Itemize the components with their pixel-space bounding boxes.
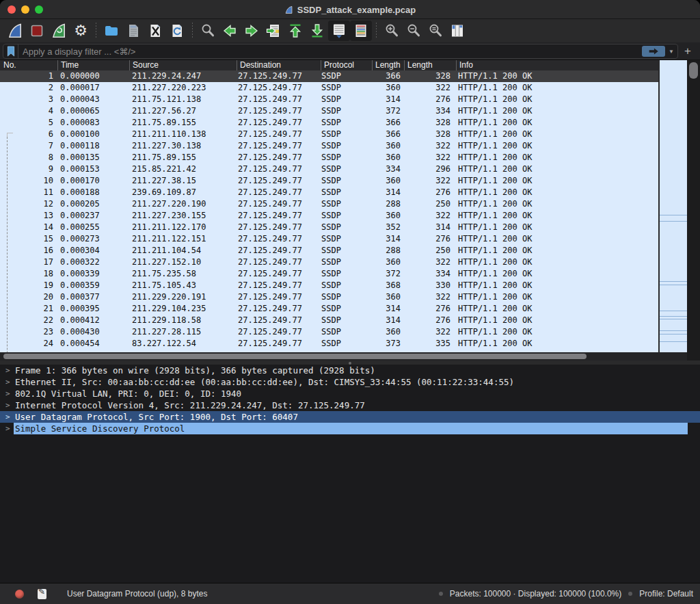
- add-filter-button[interactable]: +: [681, 44, 695, 59]
- packet-row[interactable]: 160.000304211.211.104.5427.125.249.77SSD…: [0, 245, 658, 257]
- packet-cell-time: 0.000395: [57, 303, 129, 315]
- packet-cell-dst: 27.125.249.77: [237, 129, 321, 140]
- auto-scroll-button[interactable]: [328, 21, 350, 41]
- packet-cell-src: 211.75.89.155: [129, 152, 237, 163]
- packet-row[interactable]: 230.000430211.227.28.11527.125.249.77SSD…: [0, 326, 658, 338]
- packet-row[interactable]: 240.00045483.227.122.5427.125.249.77SSDP…: [0, 338, 658, 350]
- go-last-packet-icon: [309, 23, 325, 39]
- save-file-button[interactable]: [122, 21, 144, 41]
- filter-dropdown-button[interactable]: ▼: [667, 44, 676, 58]
- packet-row[interactable]: 180.000339211.75.235.5827.125.249.77SSDP…: [0, 268, 658, 280]
- packet-row[interactable]: 220.000412211.229.118.5827.125.249.77SSD…: [0, 315, 658, 326]
- packet-row[interactable]: 40.000065211.227.56.2727.125.249.77SSDP3…: [0, 105, 658, 117]
- packet-cell-dst: 27.125.249.77: [237, 245, 321, 257]
- packet-minimap[interactable]: [658, 60, 687, 352]
- vertical-scrollbar-thumb[interactable]: [689, 62, 698, 79]
- apply-filter-button[interactable]: [642, 46, 665, 57]
- packet-row[interactable]: 100.000170211.227.38.1527.125.249.77SSDP…: [0, 175, 658, 187]
- packet-row[interactable]: 200.000377211.229.220.19127.125.249.77SS…: [0, 291, 658, 303]
- packet-row[interactable]: 190.000359211.75.105.4327.125.249.77SSDP…: [0, 280, 658, 291]
- packet-row[interactable]: 210.000395211.229.104.23527.125.249.77SS…: [0, 303, 658, 315]
- packet-row[interactable]: 70.000118211.227.30.13827.125.249.77SSDP…: [0, 140, 658, 152]
- expand-chevron-icon[interactable]: >: [5, 399, 10, 411]
- packet-cell-no: 24: [0, 338, 57, 350]
- packet-row[interactable]: 60.000100211.211.110.13827.125.249.77SSD…: [0, 129, 658, 140]
- detail-row[interactable]: >Internet Protocol Version 4, Src: 211.2…: [0, 399, 700, 411]
- packet-row[interactable]: 110.000188239.69.109.8727.125.249.77SSDP…: [0, 187, 658, 198]
- expand-chevron-icon[interactable]: >: [5, 423, 10, 434]
- display-filter-input[interactable]: [18, 47, 642, 57]
- detail-row[interactable]: >802.1Q Virtual LAN, PRI: 0, DEI: 0, ID:…: [0, 388, 700, 399]
- expand-chevron-icon[interactable]: >: [5, 365, 10, 376]
- column-header-source[interactable]: Source: [129, 60, 237, 70]
- status-profile[interactable]: Profile: Default: [639, 589, 693, 599]
- packet-row[interactable]: 50.000083211.75.89.15527.125.249.77SSDP3…: [0, 117, 658, 129]
- resize-columns-button[interactable]: [446, 21, 468, 41]
- capture-comment-icon[interactable]: ✎: [38, 589, 46, 599]
- filter-bookmark-button[interactable]: [3, 44, 18, 58]
- horizontal-scrollbar[interactable]: [0, 352, 687, 360]
- column-header-time[interactable]: Time: [57, 60, 129, 70]
- main-toolbar: ⚙: [0, 19, 700, 42]
- expand-chevron-icon[interactable]: >: [5, 388, 10, 399]
- go-back-button[interactable]: [219, 21, 241, 41]
- packet-cell-dst: 27.125.249.77: [237, 222, 321, 233]
- zoom-in-button[interactable]: [381, 21, 403, 41]
- packet-row[interactable]: 10.000000211.229.24.24727.125.249.77SSDP…: [0, 70, 658, 82]
- packet-row[interactable]: 120.000205211.227.220.19027.125.249.77SS…: [0, 198, 658, 210]
- packet-cell-no: 1: [0, 70, 57, 82]
- zoom-out-icon: [405, 23, 422, 39]
- packet-cell-dst: 27.125.249.77: [237, 163, 321, 175]
- packet-row[interactable]: 150.000273211.211.122.15127.125.249.77SS…: [0, 233, 658, 245]
- open-file-button[interactable]: [100, 21, 122, 41]
- packet-cell-time: 0.000017: [57, 82, 129, 94]
- go-to-packet-button[interactable]: [262, 21, 284, 41]
- zoom-reset-button[interactable]: [425, 21, 446, 41]
- expand-chevron-icon[interactable]: >: [5, 411, 10, 423]
- packet-row[interactable]: 80.000135211.75.89.15527.125.249.77SSDP3…: [0, 152, 658, 163]
- packet-cell-info: HTTP/1.1 200 OK: [456, 163, 658, 175]
- minimap-line: [660, 311, 687, 311]
- column-header-destination[interactable]: Destination: [237, 60, 321, 70]
- column-header-info[interactable]: Info: [456, 60, 658, 70]
- expand-chevron-icon[interactable]: >: [5, 376, 10, 388]
- expert-info-icon[interactable]: [15, 590, 24, 599]
- packet-cell-time: 0.000118: [57, 140, 129, 152]
- packet-cell-no: 3: [0, 94, 57, 105]
- column-header-length-1[interactable]: Length: [372, 60, 404, 70]
- packet-row[interactable]: 140.000255211.211.122.17027.125.249.77SS…: [0, 222, 658, 233]
- column-header-length-2[interactable]: Length: [404, 60, 456, 70]
- packet-row[interactable]: 130.000237211.227.230.15527.125.249.77SS…: [0, 210, 658, 222]
- horizontal-scrollbar-thumb[interactable]: [3, 354, 587, 359]
- minimap-line: [660, 215, 687, 215]
- stop-capture-button[interactable]: [26, 21, 48, 41]
- detail-row[interactable]: >Ethernet II, Src: 00:aa:bb:cc:dd:ee (00…: [0, 376, 700, 388]
- packet-row[interactable]: 170.000322211.227.152.1027.125.249.77SSD…: [0, 257, 658, 268]
- detail-row[interactable]: >Frame 1: 366 bytes on wire (2928 bits),…: [0, 365, 700, 376]
- colorize-button[interactable]: [350, 21, 372, 41]
- packet-cell-len2: 322: [404, 152, 456, 163]
- column-header-no[interactable]: No.: [0, 60, 57, 70]
- go-to-packet-icon: [265, 23, 282, 39]
- go-first-packet-button[interactable]: [284, 21, 306, 41]
- zoom-out-button[interactable]: [403, 21, 425, 41]
- packet-cell-no: 21: [0, 303, 57, 315]
- column-header-protocol[interactable]: Protocol: [321, 60, 372, 70]
- capture-options-button[interactable]: ⚙: [70, 21, 92, 41]
- packet-cell-info: HTTP/1.1 200 OK: [456, 315, 658, 326]
- close-file-button[interactable]: [144, 21, 166, 41]
- restart-capture-button[interactable]: [48, 21, 70, 41]
- find-packet-button[interactable]: [197, 21, 219, 41]
- packet-cell-len1: 314: [372, 315, 404, 326]
- packet-row[interactable]: 20.000017211.227.220.22327.125.249.77SSD…: [0, 82, 658, 94]
- start-capture-button[interactable]: [4, 21, 26, 41]
- reload-file-button[interactable]: [166, 21, 188, 41]
- go-forward-button[interactable]: [241, 21, 262, 41]
- packet-cell-proto: SSDP: [321, 315, 372, 326]
- packet-row[interactable]: 90.000153215.85.221.4227.125.249.77SSDP3…: [0, 163, 658, 175]
- detail-row[interactable]: >User Datagram Protocol, Src Port: 1900,…: [0, 411, 700, 423]
- go-last-packet-button[interactable]: [306, 21, 328, 41]
- detail-row[interactable]: >Simple Service Discovery Protocol: [0, 423, 700, 434]
- packet-row[interactable]: 30.000043211.75.121.13827.125.249.77SSDP…: [0, 94, 658, 105]
- vertical-scrollbar[interactable]: [687, 60, 700, 352]
